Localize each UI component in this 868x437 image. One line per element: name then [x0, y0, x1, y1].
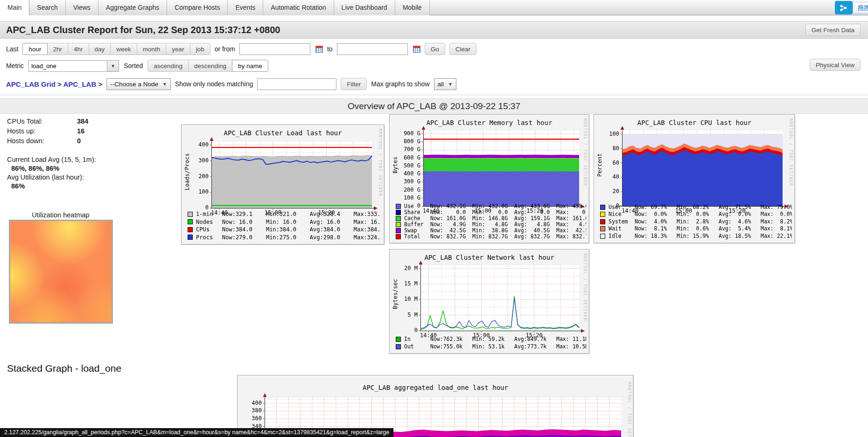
share-glyph-icon: [840, 4, 848, 12]
tab-main[interactable]: Main: [0, 0, 29, 15]
breadcrumb-separator: >: [57, 80, 62, 88]
load-graph-legend: 1-minNow:329.1 Min:321.0 Avg:328.4 Max:3…: [188, 210, 381, 241]
legend-color-swatch: [396, 234, 401, 239]
tab-automatic-rotation[interactable]: Automatic Rotation: [263, 0, 334, 15]
legend-row: OutNow:755.0k Min: 53.1k Avg:773.7k Max:…: [396, 343, 586, 351]
range-year-button[interactable]: year: [166, 43, 190, 55]
overview-bar: Overview of APC_LAB @ 2013-09-22 15:37: [0, 98, 868, 114]
time-range-button-group: hour 2hr 4hr day week month year job: [22, 43, 210, 55]
ganglia-main-page: MainSearchViewsAggregate GraphsCompare H…: [0, 0, 868, 437]
stat-label: Hosts down:: [7, 136, 77, 146]
utilization-heatmap: [9, 220, 113, 324]
range-4hr-button[interactable]: 4hr: [68, 43, 89, 55]
cluster-network-graph[interactable]: APC_LAB Cluster Network last hour Bytes/…: [389, 249, 589, 354]
sort-descending-button[interactable]: descending: [188, 60, 232, 72]
physical-view-button[interactable]: Physical View: [810, 59, 861, 71]
legend-color-swatch: [600, 205, 605, 210]
sort-ascending-button[interactable]: ascending: [147, 60, 189, 72]
range-day-button[interactable]: day: [89, 43, 111, 55]
to-date-input[interactable]: [337, 43, 408, 55]
tab-views[interactable]: Views: [66, 0, 98, 15]
metric-input[interactable]: [28, 60, 107, 72]
legend-color-swatch: [396, 204, 401, 209]
time-range-row: Last hour 2hr 4hr day week month year jo…: [6, 43, 476, 55]
rrdtool-watermark: RRDTOOL / TOBI OETIKER: [627, 382, 632, 437]
tab-mobile[interactable]: Mobile: [395, 0, 430, 15]
clear-button[interactable]: Clear: [449, 43, 476, 55]
metric-combobox: ▼: [28, 60, 119, 72]
stat-row: Hosts up:16: [7, 126, 168, 136]
legend-row: 1-minNow:329.1 Min:321.0 Avg:328.4 Max:3…: [188, 210, 381, 218]
network-graph-canvas[interactable]: [399, 261, 586, 340]
calendar-icon[interactable]: [413, 46, 420, 53]
legend-color-swatch: [188, 219, 193, 224]
calendar-icon[interactable]: [315, 46, 323, 53]
max-graphs-select[interactable]: all▼: [434, 78, 456, 90]
filter-button[interactable]: Filter: [341, 78, 367, 90]
stat-value: 16: [77, 126, 84, 136]
from-date-input[interactable]: [239, 43, 310, 55]
grid-link[interactable]: APC_LAB Grid: [6, 80, 56, 88]
metric-dropdown-button[interactable]: ▼: [107, 60, 119, 72]
stat-value: 384: [77, 117, 88, 126]
range-month-button[interactable]: month: [137, 43, 167, 55]
legend-values: Now: 18.3% Min: 15.9% Avg: 18.5% Max: 22…: [635, 233, 792, 240]
stat-label: Hosts up:: [7, 126, 77, 136]
chevron-down-icon: ▼: [111, 63, 115, 69]
graph-title: APC_LAB Cluster Memory last hour: [390, 119, 589, 126]
metric-row: Metric ▼ Sorted ascending descending by …: [6, 60, 268, 72]
sort-button-group: ascending descending by name: [147, 60, 268, 72]
node-select[interactable]: --Choose a Node▼: [106, 78, 171, 90]
legend-color-swatch: [396, 344, 401, 349]
tab-compare-hosts[interactable]: Compare Hosts: [167, 0, 228, 15]
legend-color-swatch: [396, 210, 401, 215]
tab-live-dashboard[interactable]: Live Dashboard: [334, 0, 395, 15]
legend-series-name: Wait: [609, 225, 635, 233]
legend-values: Now: 0.0% Min: 0.0% Avg: 0.0% Max: 0.0%: [635, 211, 792, 218]
range-week-button[interactable]: week: [110, 43, 137, 55]
sort-by-name-button[interactable]: by name: [232, 60, 268, 72]
tab-aggregate-graphs[interactable]: Aggregate Graphs: [98, 0, 167, 15]
memory-graph-legend: UseNow: 432.1G Min: 432.0G Avg: 433.6G M…: [396, 203, 586, 240]
legend-row: IdleNow: 18.3% Min: 15.9% Avg: 18.5% Max…: [600, 233, 792, 240]
y-axis-label: Percent: [596, 128, 603, 202]
stat-label: CPUs Total:: [7, 117, 77, 126]
breadcrumb-row: APC_LAB Grid > APC_LAB > --Choose a Node…: [6, 78, 456, 90]
tab-search[interactable]: Search: [29, 0, 65, 15]
legend-row: ProcsNow:279.0 Min:275.0 Avg:298.0 Max:3…: [188, 234, 381, 242]
avg-util-value: 86%: [7, 182, 168, 191]
top-tab-bar: MainSearchViewsAggregate GraphsCompare H…: [0, 0, 868, 15]
legend-color-swatch: [188, 227, 193, 232]
cluster-link[interactable]: APC_LAB: [63, 80, 96, 88]
cpu-graph-legend: UserNow: 69.7% Min: 68.2% Avg: 71.5% Max…: [600, 204, 792, 240]
share-extension-icon[interactable]: [835, 1, 853, 14]
cpu-graph-canvas[interactable]: [603, 126, 791, 215]
range-hour-button[interactable]: hour: [22, 43, 47, 55]
legend-series-name: In: [404, 336, 430, 343]
go-button[interactable]: Go: [425, 43, 445, 55]
load-graph-canvas[interactable]: [191, 137, 379, 217]
legend-row: InNow:762.3k Min: 59.2k Avg:849.7k Max: …: [396, 336, 586, 343]
legend-color-swatch: [600, 234, 605, 239]
graph-title: APC_LAB Cluster Load last hour: [182, 129, 384, 137]
legend-series-name: System: [609, 218, 635, 226]
drag-upload-button[interactable]: 拖拽上传: [853, 2, 868, 14]
section-divider: [0, 95, 868, 95]
legend-values: Now: 4.0% Min: 2.8% Avg: 4.6% Max: 8.2%: [635, 218, 792, 226]
legend-values: Now:279.0 Min:275.0 Avg:298.0 Max:324.: [222, 234, 381, 242]
range-2hr-button[interactable]: 2hr: [47, 43, 69, 55]
rrdtool-watermark: RRDTOOL / TOBI OETIKER: [378, 129, 383, 197]
node-filter-input[interactable]: [257, 78, 336, 90]
memory-graph-canvas[interactable]: [399, 126, 586, 215]
legend-color-swatch: [600, 212, 605, 217]
cluster-memory-graph[interactable]: APC_LAB Cluster Memory last hour Bytes R…: [389, 114, 589, 243]
legend-row: NodesNow: 16.0 Min: 16.0 Avg: 16.0 Max: …: [188, 218, 381, 226]
legend-series-name: User: [609, 204, 635, 211]
cluster-cpu-graph[interactable]: APC_LAB Cluster CPU last hour Percent RR…: [594, 114, 795, 243]
legend-color-swatch: [396, 228, 401, 233]
legend-row: NiceNow: 0.0% Min: 0.0% Avg: 0.0% Max: 0…: [600, 211, 792, 218]
tab-events[interactable]: Events: [228, 0, 263, 15]
cluster-load-graph[interactable]: APC_LAB Cluster Load last hour Loads/Pro…: [181, 125, 385, 245]
range-job-button[interactable]: job: [190, 43, 210, 55]
get-fresh-data-button[interactable]: Get Fresh Data: [805, 24, 861, 36]
